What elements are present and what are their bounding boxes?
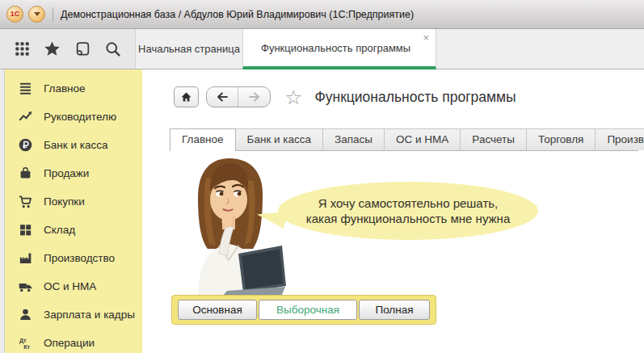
sales-bag-icon (17, 166, 33, 182)
person-icon (17, 307, 33, 323)
tab-glavnoe[interactable]: Главное (170, 128, 236, 151)
tab-bank-kassa[interactable]: Банк и касса (235, 128, 324, 150)
trend-chart-icon (17, 109, 33, 125)
tab-label: Торговля (538, 133, 583, 145)
tab-toolbar-row: Начальная страница Функциональность прог… (0, 29, 644, 69)
ruble-coin-icon (17, 137, 33, 153)
sidebar-item-label: Производство (44, 252, 115, 264)
sidebar-item-salary-hr[interactable]: Зарплата и кадры (0, 300, 142, 329)
search-button[interactable] (102, 38, 124, 61)
tab-label: ОС и НМА (396, 133, 448, 145)
main-area: Главное Руководителю Банк и касса (0, 69, 644, 353)
tab-raschety[interactable]: Расчеты (460, 128, 527, 150)
speech-bubble: Я хочу самостоятельно решать, какая функ… (278, 182, 538, 240)
debit-credit-icon: ДтКт (17, 335, 33, 351)
apps-menu-button[interactable] (11, 38, 33, 61)
speech-line-2: какая функциональность мне нужна (306, 211, 510, 226)
app-logo-button[interactable]: 1С (6, 6, 23, 23)
titlebar-separator (53, 7, 53, 22)
history-scroll-icon (74, 40, 91, 57)
speech-line-1: Я хочу самостоятельно решать, (318, 195, 498, 211)
tab-label: Функциональность программы (261, 42, 410, 54)
sidebar-item-label: Банк и касса (44, 139, 108, 151)
functionality-tabs: Главное Банк и касса Запасы ОС и НМА Рас… (170, 128, 638, 151)
svg-text:Дт: Дт (19, 338, 26, 344)
sidebar-item-main[interactable]: Главное (0, 74, 142, 103)
apps-grid-icon (14, 40, 31, 57)
mode-button-vyborochnaya[interactable]: Выборочная (259, 300, 357, 320)
chevron-down-icon (34, 12, 40, 16)
sidebar-item-os-nma[interactable]: ОС и НМА (0, 272, 142, 300)
favorites-star-icon (44, 40, 61, 57)
sidebar-item-purchases[interactable]: Покупки (0, 187, 142, 216)
mode-button-osnovnaya[interactable]: Основная (178, 300, 257, 320)
tab-os-nma[interactable]: ОС и НМА (384, 128, 461, 150)
page-content: ☆ Функциональность программы Главное Бан… (142, 69, 644, 353)
sidebar-item-label: Главное (44, 82, 86, 95)
arrow-right-icon (247, 90, 262, 104)
sidebar-item-label: Покупки (44, 195, 85, 208)
tab-home-page[interactable]: Начальная страница (136, 29, 242, 69)
tab-label: Запасы (335, 133, 373, 145)
1c-logo-icon: 1С (11, 11, 20, 18)
sidebar-item-label: Склад (44, 224, 75, 236)
sidebar-item-warehouse[interactable]: Склад (0, 216, 142, 244)
sidebar-item-production[interactable]: Производство (0, 244, 142, 272)
sections-sidebar: Главное Руководителю Банк и касса (0, 69, 142, 353)
svg-text:Кт: Кт (23, 344, 30, 351)
history-button[interactable] (71, 38, 94, 61)
mode-button-polnaya[interactable]: Полная (359, 300, 430, 320)
tab-label: Банк и касса (247, 133, 312, 145)
sections-menu-icon (17, 81, 33, 97)
sidebar-item-bank-cash[interactable]: Банк и касса (0, 131, 142, 159)
favorite-star-icon[interactable]: ☆ (284, 87, 302, 107)
history-nav-group (206, 86, 271, 107)
arrow-left-icon (215, 90, 229, 104)
sidebar-list: Главное Руководителю Банк и касса (0, 69, 142, 353)
window-title: Демонстрационная база / Абдулов Юрий Вла… (61, 9, 414, 20)
sidebar-item-sales[interactable]: Продажи (0, 159, 142, 187)
close-icon[interactable]: × (423, 32, 429, 43)
search-icon (104, 40, 121, 57)
tab-label: Начальная страница (138, 43, 240, 55)
window-titlebar: 1С Демонстрационная база / Абдулов Юрий … (0, 0, 644, 29)
functionality-mode-highlight: Основная Выборочная Полная (171, 295, 436, 325)
tab-label: Расчеты (472, 133, 515, 145)
app-window: 1С Демонстрационная база / Абдулов Юрий … (0, 0, 644, 353)
main-menu-dropdown-button[interactable] (28, 6, 45, 23)
tab-proizvodstvo[interactable]: Производство (595, 128, 644, 150)
back-button[interactable] (207, 87, 238, 107)
sidebar-item-operations[interactable]: ДтКт Операции (0, 329, 142, 353)
tab-label: Главное (182, 133, 224, 145)
page-title: Функциональность программы (314, 89, 516, 106)
sidebar-item-label: Операции (44, 337, 95, 349)
factory-icon (17, 250, 33, 267)
warehouse-icon (17, 222, 33, 238)
tab-torgovlya[interactable]: Торговля (526, 128, 596, 150)
sidebar-gutter (0, 69, 5, 353)
page-navigation-row: ☆ Функциональность программы (174, 86, 516, 107)
truck-icon (17, 279, 33, 295)
sidebar-item-label: Руководителю (44, 111, 116, 123)
home-button[interactable] (174, 86, 199, 107)
shopping-cart-icon (17, 194, 33, 210)
sidebar-item-manager[interactable]: Руководителю (0, 103, 142, 131)
sidebar-item-label: Зарплата и кадры (44, 309, 135, 321)
sidebar-item-label: ОС и НМА (44, 280, 96, 292)
tab-label: Производство (607, 133, 644, 145)
favorites-button[interactable] (41, 38, 64, 61)
home-icon (179, 90, 193, 104)
forward-button[interactable] (238, 87, 270, 107)
quick-toolbar (0, 29, 136, 69)
sidebar-item-label: Продажи (44, 167, 89, 179)
tab-zapasy[interactable]: Запасы (322, 128, 385, 150)
tab-functionality[interactable]: Функциональность программы × (242, 29, 436, 69)
